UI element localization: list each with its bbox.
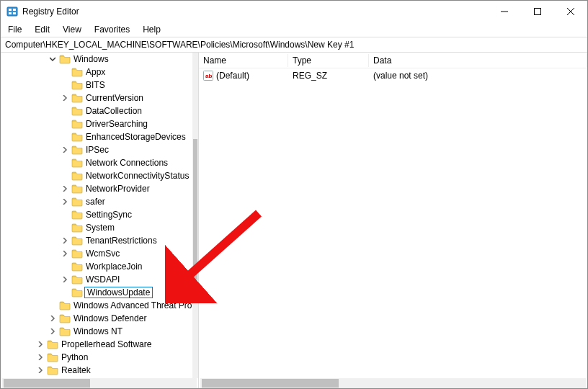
menu-edit[interactable]: Edit — [35, 24, 50, 35]
tree-item[interactable]: TenantRestrictions — [1, 234, 198, 247]
value-list-pane: Name Type Data (Default)REG_SZ(value not… — [199, 53, 587, 388]
expander-empty[interactable] — [60, 210, 70, 220]
tree-item-label: IPSec — [84, 145, 110, 155]
tree-item[interactable]: Windows NT — [1, 325, 198, 338]
regedit-icon — [6, 6, 18, 17]
chevron-right-icon[interactable] — [35, 339, 45, 349]
list-body[interactable]: (Default)REG_SZ(value not set) — [199, 68, 587, 83]
expander-empty[interactable] — [60, 287, 70, 298]
tree-item[interactable]: WindowsUpdate — [1, 286, 198, 299]
titlebar[interactable]: Registry Editor — [1, 1, 587, 22]
tree-item[interactable]: DataCollection — [1, 104, 198, 117]
menu-file[interactable]: File — [8, 24, 22, 35]
folder-icon — [71, 261, 83, 272]
tree-item[interactable]: NetworkConnectivityStatus — [1, 169, 198, 182]
chevron-right-icon[interactable] — [60, 197, 70, 207]
minimize-button[interactable] — [488, 1, 521, 22]
expander-empty[interactable] — [60, 223, 70, 233]
chevron-right-icon[interactable] — [35, 365, 45, 375]
list-horizontal-scrollbar[interactable] — [200, 378, 586, 388]
expander-empty[interactable] — [60, 261, 70, 272]
value-row[interactable]: (Default)REG_SZ(value not set) — [199, 68, 587, 83]
col-data[interactable]: Data — [369, 54, 587, 67]
chevron-right-icon[interactable] — [60, 93, 70, 103]
tree-pane: WindowsAppxBITSCurrentVersionDataCollect… — [1, 53, 199, 388]
close-button[interactable] — [554, 1, 587, 22]
tree-item[interactable]: Python — [1, 351, 198, 364]
maximize-button[interactable] — [521, 1, 554, 22]
tree-item-label: Network Connections — [84, 158, 169, 168]
chevron-right-icon[interactable] — [60, 249, 70, 259]
expander-empty[interactable] — [60, 80, 70, 90]
list-header[interactable]: Name Type Data — [199, 53, 587, 68]
tree-item[interactable]: WSDAPI — [1, 273, 198, 286]
tree-item[interactable]: WorkplaceJoin — [1, 260, 198, 273]
folder-icon — [71, 249, 83, 259]
tree-item[interactable]: IPSec — [1, 143, 198, 156]
folder-icon — [71, 158, 83, 168]
expander-empty[interactable] — [60, 171, 70, 181]
chevron-right-icon[interactable] — [60, 184, 70, 194]
tree-item[interactable]: WcmSvc — [1, 247, 198, 260]
col-name[interactable]: Name — [199, 54, 288, 67]
value-name-cell: (Default) — [199, 69, 288, 82]
chevron-right-icon[interactable] — [35, 352, 45, 362]
tree-item-label: Windows — [72, 54, 110, 64]
tree-item[interactable]: Windows Advanced Threat Protection — [1, 299, 198, 312]
tree-item[interactable]: NetworkProvider — [1, 182, 198, 195]
tree-item[interactable]: DriverSearching — [1, 117, 198, 130]
tree-item[interactable]: Propellerhead Software — [1, 338, 198, 351]
tree-item[interactable]: Windows — [1, 53, 198, 66]
tree-item[interactable]: Windows Defender — [1, 312, 198, 325]
tree-item[interactable]: BITS — [1, 79, 198, 91]
tree-item[interactable]: SettingSync — [1, 208, 198, 221]
value-name: (Default) — [216, 71, 249, 81]
folder-icon — [71, 210, 83, 220]
col-type[interactable]: Type — [288, 54, 369, 67]
tree-item-label-editing[interactable]: WindowsUpdate — [84, 287, 153, 298]
folder-icon — [71, 93, 83, 103]
expander-empty[interactable] — [60, 158, 70, 168]
tree-vertical-scrollbar[interactable] — [192, 53, 198, 378]
address-bar[interactable]: Computer\HKEY_LOCAL_MACHINE\SOFTWARE\Pol… — [1, 37, 587, 53]
folder-icon — [47, 352, 58, 362]
folder-icon — [71, 106, 83, 116]
tree-horizontal-scrollbar[interactable] — [2, 378, 197, 388]
menu-favorites[interactable]: Favorites — [94, 24, 130, 35]
tree-item-label: BITS — [84, 80, 107, 90]
chevron-right-icon[interactable] — [48, 326, 58, 336]
tree-item[interactable]: System — [1, 221, 198, 234]
chevron-right-icon[interactable] — [60, 145, 70, 155]
folder-icon — [47, 365, 58, 375]
tree-item[interactable]: Appx — [1, 66, 198, 79]
tree-item-label: System — [84, 223, 116, 233]
expander-empty[interactable] — [60, 106, 70, 116]
tree-item-label: Windows Defender — [72, 313, 148, 323]
folder-icon — [71, 145, 83, 155]
tree-item[interactable]: Network Connections — [1, 156, 198, 169]
tree-item-label: safer — [84, 197, 107, 207]
tree-item[interactable]: Realtek — [1, 364, 198, 377]
tree-item-label: Python — [60, 352, 89, 362]
expander-empty[interactable] — [60, 132, 70, 142]
chevron-right-icon[interactable] — [60, 236, 70, 246]
expander-empty[interactable] — [60, 119, 70, 129]
registry-tree[interactable]: WindowsAppxBITSCurrentVersionDataCollect… — [1, 53, 198, 378]
expander-empty[interactable] — [48, 300, 58, 310]
chevron-down-icon[interactable] — [48, 54, 58, 64]
menu-view[interactable]: View — [63, 24, 81, 35]
tree-item-label: WSDAPI — [84, 274, 121, 285]
tree-item[interactable]: EnhancedStorageDevices — [1, 130, 198, 143]
svg-rect-6 — [535, 9, 541, 15]
menu-help[interactable]: Help — [143, 24, 161, 35]
tree-item-label: Propellerhead Software — [60, 339, 153, 349]
chevron-right-icon[interactable] — [60, 274, 70, 285]
chevron-right-icon[interactable] — [48, 313, 58, 323]
tree-item[interactable]: CurrentVersion — [1, 91, 198, 104]
tree-item-label: DataCollection — [84, 106, 143, 116]
expander-empty[interactable] — [60, 67, 70, 77]
tree-item-label: Appx — [84, 67, 107, 77]
tree-item-label: WcmSvc — [84, 249, 121, 259]
tree-item[interactable]: safer — [1, 195, 198, 208]
tree-item-label: SettingSync — [84, 210, 133, 220]
